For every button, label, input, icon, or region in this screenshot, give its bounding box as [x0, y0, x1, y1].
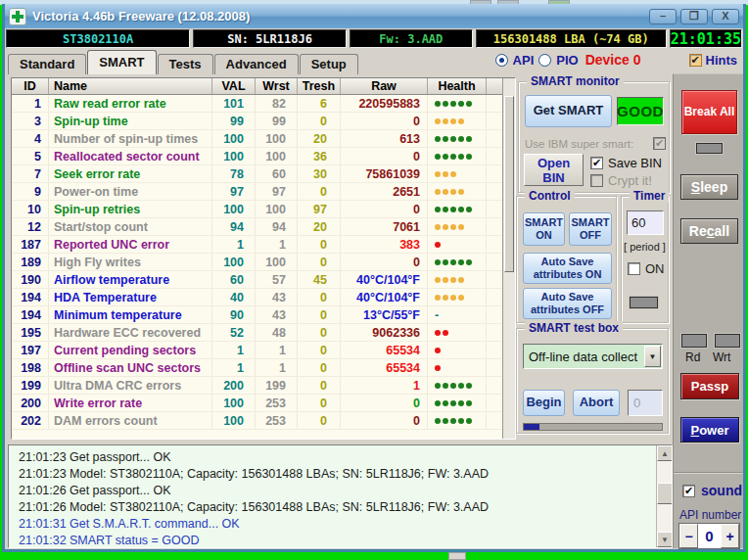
cell-val: 1	[212, 342, 256, 358]
cell-tresh: 0	[298, 395, 341, 411]
hints-checkbox[interactable]: ✔	[689, 54, 702, 67]
table-row[interactable]: 202DAM errors count10025300	[12, 412, 515, 430]
cell-val: 100	[212, 130, 256, 147]
passport-button[interactable]: Passp	[680, 373, 739, 399]
api-number-decrement-button[interactable]: −	[679, 524, 698, 548]
chevron-down-icon[interactable]: ▼	[644, 346, 661, 367]
column-header-tresh[interactable]: Tresh	[298, 78, 341, 94]
table-row[interactable]: 1Raw read error rate101826220595883	[12, 95, 515, 113]
test-count-input[interactable]: 0	[628, 390, 663, 416]
cell-val: 100	[212, 254, 256, 270]
table-row[interactable]: 198Offline scan UNC sectors11065534	[12, 359, 515, 377]
column-header-val[interactable]: VAL	[212, 78, 256, 94]
smart-off-button[interactable]: SMART OFF	[569, 212, 612, 246]
cell-name: Hardware ECC recovered	[49, 324, 212, 341]
maximize-button[interactable]: ❒	[680, 9, 708, 24]
auto-save-off-button[interactable]: Auto Save attributes OFF	[523, 288, 612, 319]
crypt-checkbox[interactable]	[590, 174, 603, 187]
log-message: Model: ST3802110A; Capacity: 156301488 L…	[70, 500, 489, 514]
health-dot-icon	[466, 154, 472, 160]
column-header-id[interactable]: ID	[12, 78, 49, 94]
cell-raw: 0	[341, 412, 428, 429]
table-row[interactable]: 194HDA Temperature4043040°C/104°F	[12, 289, 515, 306]
log-time: 21:01:31	[9, 517, 70, 531]
abort-button[interactable]: Abort	[573, 390, 620, 416]
tab-setup[interactable]: Setup	[300, 54, 358, 74]
close-button[interactable]: X	[712, 9, 739, 24]
drive-serial: SN: 5LR118J6	[193, 29, 347, 48]
column-header-wrst[interactable]: Wrst	[256, 78, 298, 94]
pio-radio[interactable]	[538, 54, 551, 67]
column-header-health[interactable]: Health	[428, 78, 487, 94]
break-all-button[interactable]: Break All	[681, 90, 737, 134]
timer-on-checkbox[interactable]	[628, 262, 640, 275]
health-dot-icon	[443, 224, 448, 230]
table-row[interactable]: 190Airflow temperature60574540°C/104°F	[12, 271, 515, 289]
table-row[interactable]: 3Spin-up time999900	[12, 113, 515, 130]
column-header-raw[interactable]: Raw	[341, 78, 428, 94]
table-row[interactable]: 189High Fly writes10010000	[12, 254, 515, 271]
smart-on-button[interactable]: SMART ON	[523, 212, 565, 246]
scroll-up-arrow-icon[interactable]: ▲	[657, 445, 673, 461]
sleep-button[interactable]: Sleep	[680, 174, 738, 200]
cell-name: High Fly writes	[49, 254, 212, 270]
table-row[interactable]: 200Write error rate10025300	[12, 395, 515, 412]
cell-id: 189	[12, 254, 49, 270]
auto-save-on-button[interactable]: Auto Save attributes ON	[523, 253, 612, 284]
power-button[interactable]: Power	[680, 417, 739, 443]
table-scrollbar[interactable]	[502, 78, 515, 439]
table-row[interactable]: 195Hardware ECC recovered524809062336	[12, 324, 515, 342]
scroll-down-arrow-icon[interactable]: ▼	[657, 532, 673, 547]
table-row[interactable]: 199Ultra DMA CRC errors20019901	[12, 377, 515, 395]
table-row[interactable]: 4Number of spin-up times10010020613	[12, 130, 515, 148]
api-radio[interactable]	[495, 54, 508, 67]
table-scrollbar-thumb[interactable]	[504, 96, 514, 272]
column-header-name[interactable]: Name	[49, 78, 212, 94]
table-row[interactable]: 5Reallocated sector count100100360	[12, 148, 515, 165]
log-scrollbar[interactable]: ▲ ▼	[656, 445, 672, 547]
open-bin-button[interactable]: Open BIN	[524, 154, 584, 186]
table-row[interactable]: 194Minimum temperature9043013°C/55°F-	[12, 306, 515, 324]
cell-health	[428, 218, 487, 235]
cell-id: 3	[12, 113, 49, 129]
tab-advanced[interactable]: Advanced	[214, 54, 299, 74]
health-dot-icon	[443, 277, 448, 283]
log-message: Get passport... OK	[70, 484, 171, 497]
minimize-button[interactable]: –	[649, 9, 677, 24]
cell-wrst: 48	[256, 324, 298, 341]
cell-id: 198	[12, 359, 49, 376]
mode-controls: API PIO Device 0 ✔ Hints	[495, 52, 737, 68]
log-message: SMART status = GOOD	[70, 534, 200, 547]
table-row[interactable]: 12Start/stop count9494207061	[12, 218, 515, 236]
tab-tests[interactable]: Tests	[158, 54, 213, 74]
health-dot-icon	[435, 383, 441, 389]
table-row[interactable]: 187Reported UNC error110383	[12, 236, 515, 254]
table-row[interactable]: 197Current pending sectors11065534	[12, 342, 515, 359]
cell-name: Offline scan UNC sectors	[49, 359, 212, 376]
health-dot-icon	[458, 418, 464, 424]
cell-val: 40	[212, 289, 256, 305]
table-row[interactable]: 9Power-on time979702651	[12, 183, 515, 201]
recall-button[interactable]: Recall	[680, 218, 738, 244]
health-dot-icon	[466, 136, 472, 142]
begin-button[interactable]: Begin	[523, 390, 565, 416]
cell-val: 60	[212, 271, 256, 288]
api-number-increment-button[interactable]: +	[721, 524, 739, 548]
tab-standard[interactable]: Standard	[8, 54, 86, 74]
timer-period-input[interactable]: 60	[627, 210, 664, 235]
log-scrollbar-thumb[interactable]	[657, 483, 673, 504]
table-row[interactable]: 10Spin-up retries100100970	[12, 201, 515, 218]
title-bar[interactable]: Victoria 4.46b Freeware (12.08.2008) – ❒…	[5, 4, 743, 28]
save-bin-checkbox[interactable]: ✔	[590, 157, 603, 169]
health-dot-icon	[435, 136, 441, 142]
health-dot-icon	[458, 259, 464, 265]
health-dot-icon	[450, 118, 456, 124]
tab-smart[interactable]: SMART	[87, 50, 156, 74]
health-dot-icon	[435, 154, 441, 160]
log-line: 21:01:32SMART status = GOOD	[9, 532, 655, 548]
get-smart-button[interactable]: Get SMART	[525, 95, 612, 127]
table-row[interactable]: 7Seek error rate78603075861039	[12, 165, 515, 183]
test-select-dropdown[interactable]: Off-line data collect ▼	[523, 344, 663, 369]
crypt-control: Crypt it!	[590, 173, 652, 188]
sound-checkbox[interactable]: ✔	[682, 485, 695, 497]
